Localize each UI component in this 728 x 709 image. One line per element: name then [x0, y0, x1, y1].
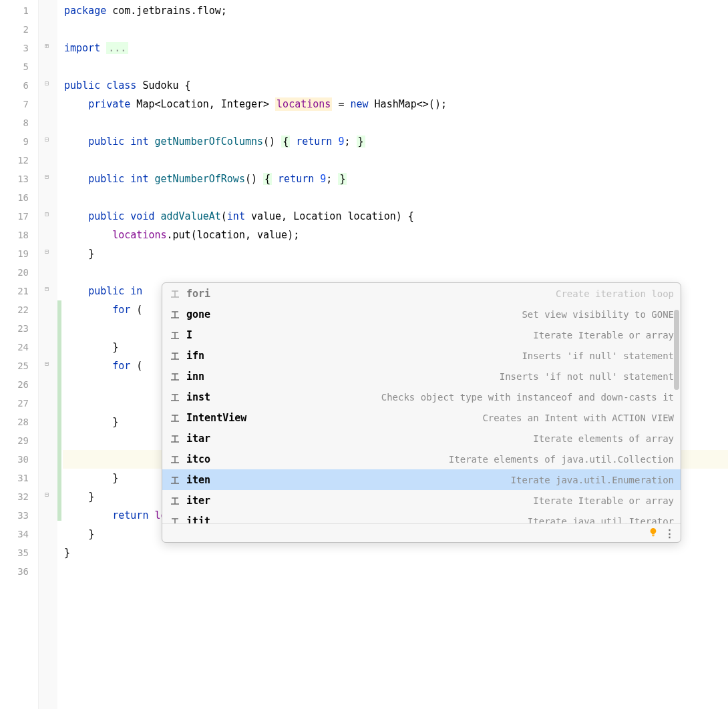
completion-item-name: IntentView — [186, 412, 246, 424]
completion-item-description: Checks object type with instanceof and d… — [210, 392, 674, 403]
line-number: 5 — [0, 57, 38, 76]
live-template-icon — [169, 474, 181, 486]
live-template-icon — [169, 433, 181, 445]
line-number-gutter: 1 2 3 5 6 7 8 9 12 13 16 17 18 19 20 21 … — [0, 0, 39, 709]
code-line[interactable]: locations.put(location, value); — [63, 226, 728, 244]
completion-item[interactable]: ititIterate java.util.Iterator — [162, 511, 681, 523]
completion-item[interactable]: itenIterate java.util.Enumeration — [162, 469, 681, 490]
live-template-icon — [169, 350, 181, 362]
completion-item-name: iten — [186, 474, 210, 486]
fold-collapse-icon[interactable]: ⊟ — [43, 284, 51, 292]
more-options-icon[interactable]: ⋮ — [665, 527, 674, 539]
code-line[interactable]: package com.jetbrains.flow; — [63, 1, 728, 20]
completion-item[interactable]: instChecks object type with instanceof a… — [162, 387, 681, 407]
completion-item-description: Iterate java.util.Enumeration — [210, 475, 674, 485]
fold-expand-icon[interactable]: ⊞ — [43, 41, 51, 49]
fold-collapse-icon[interactable]: ⊟ — [43, 172, 51, 180]
line-number: 26 — [0, 375, 38, 394]
completion-item-description: Iterate elements of java.util.Collection — [210, 454, 674, 465]
fold-end-icon[interactable]: ⊟ — [43, 247, 51, 255]
completion-item[interactable]: iterIterate Iterable or array — [162, 490, 681, 511]
completion-item-description: Inserts 'if not null' statement — [204, 371, 674, 382]
completion-item-description: Inserts 'if null' statement — [204, 350, 674, 361]
line-number: 12 — [0, 151, 38, 170]
line-number: 18 — [0, 226, 38, 244]
code-line[interactable]: public int getNumberOfRows() { return 9;… — [63, 170, 728, 188]
fold-collapse-icon[interactable]: ⊟ — [43, 359, 51, 367]
fold-collapse-icon[interactable]: ⊟ — [43, 135, 51, 143]
line-number: 3 — [0, 39, 38, 57]
code-line[interactable] — [63, 57, 728, 76]
code-line[interactable]: public int getNumberOfColumns() { return… — [63, 132, 728, 151]
completion-item[interactable]: ifnInserts 'if null' statement — [162, 345, 681, 366]
fold-collapse-icon[interactable]: ⊟ — [43, 210, 51, 218]
completion-item-description: Creates an Intent with ACTION_VIEW — [246, 413, 674, 423]
completion-item[interactable]: foriCreate iteration loop — [162, 283, 681, 304]
live-template-icon — [169, 495, 181, 507]
line-number: 2 — [0, 20, 38, 39]
code-completion-popup[interactable]: foriCreate iteration loopgoneSet view vi… — [162, 282, 681, 543]
completion-item-description: Set view visibility to GONE — [210, 309, 674, 320]
line-number: 23 — [0, 319, 38, 338]
code-line[interactable]: public class Sudoku { — [63, 76, 728, 95]
live-template-icon — [169, 391, 181, 403]
completion-item-description: Iterate elements of array — [210, 433, 674, 444]
scrollbar-thumb[interactable] — [674, 310, 679, 390]
code-line[interactable]: public void addValueAt(int value, Locati… — [63, 207, 728, 226]
fold-gutter[interactable]: ⊞ ⊟ ⊟ ⊟ ⊟ ⊟ ⊟ ⊟ ⊟ — [39, 0, 57, 709]
line-number: 30 — [0, 450, 38, 469]
code-line[interactable] — [63, 151, 728, 170]
completion-item-description: Iterate java.util.Iterator — [210, 516, 674, 524]
code-line[interactable] — [63, 188, 728, 207]
line-number: 35 — [0, 543, 38, 562]
code-line[interactable] — [63, 20, 728, 39]
completion-item[interactable]: goneSet view visibility to GONE — [162, 304, 681, 324]
line-number: 24 — [0, 338, 38, 357]
line-number: 21 — [0, 282, 38, 300]
completion-item[interactable]: itarIterate elements of array — [162, 428, 681, 449]
change-marker — [57, 300, 61, 521]
line-number: 34 — [0, 525, 38, 543]
code-line[interactable]: } — [63, 543, 728, 562]
line-number: 31 — [0, 469, 38, 487]
line-number: 36 — [0, 562, 38, 581]
code-line[interactable] — [63, 562, 728, 581]
completion-item[interactable]: itcoIterate elements of java.util.Collec… — [162, 449, 681, 469]
code-line[interactable]: } — [63, 244, 728, 263]
fold-collapse-icon[interactable]: ⊟ — [43, 79, 51, 87]
completion-item[interactable]: IntentViewCreates an Intent with ACTION_… — [162, 407, 681, 428]
line-number: 16 — [0, 188, 38, 207]
code-line[interactable] — [63, 263, 728, 282]
change-gutter — [57, 0, 63, 709]
completion-item-name: fori — [186, 288, 210, 300]
line-number: 9 — [0, 132, 38, 151]
live-template-icon — [169, 288, 181, 300]
bulb-icon[interactable] — [649, 527, 658, 539]
completion-list[interactable]: foriCreate iteration loopgoneSet view vi… — [162, 283, 681, 523]
completion-item-name: iter — [186, 495, 210, 507]
completion-item[interactable]: IIterate Iterable or array — [162, 324, 681, 345]
completion-item-name: itco — [186, 453, 210, 465]
line-number: 19 — [0, 244, 38, 263]
completion-item-name: ifn — [186, 350, 204, 362]
line-number: 32 — [0, 487, 38, 506]
line-number: 33 — [0, 506, 38, 525]
completion-item-name: itar — [186, 433, 210, 445]
code-line[interactable]: import ... — [63, 39, 728, 57]
line-number: 7 — [0, 95, 38, 113]
completion-item-description: Iterate Iterable or array — [192, 330, 674, 340]
completion-item-description: Iterate Iterable or array — [210, 495, 674, 506]
live-template-icon — [169, 371, 181, 383]
fold-placeholder[interactable]: ... — [106, 42, 128, 54]
line-number: 29 — [0, 431, 38, 450]
live-template-icon — [169, 412, 181, 424]
code-line[interactable]: private Map<Location, Integer> locations… — [63, 95, 728, 113]
code-line[interactable] — [63, 113, 728, 132]
completion-item-description: Create iteration loop — [210, 288, 674, 299]
line-number: 13 — [0, 170, 38, 188]
completion-item[interactable]: innInserts 'if not null' statement — [162, 366, 681, 387]
completion-item-name: gone — [186, 308, 210, 320]
fold-end-icon[interactable]: ⊟ — [43, 490, 51, 498]
live-template-icon — [169, 329, 181, 341]
live-template-icon — [169, 515, 181, 524]
